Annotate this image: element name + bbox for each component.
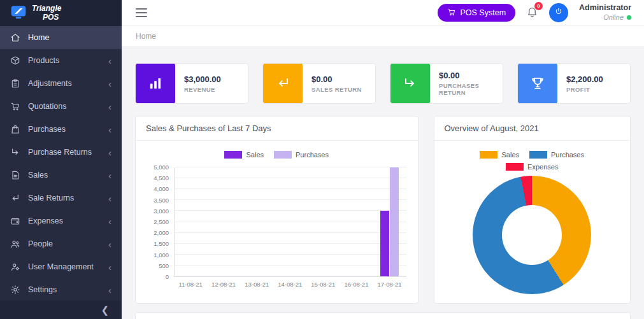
sidebar-item-settings[interactable]: Settings‹ [0, 278, 122, 301]
purchase-returns-icon [10, 147, 20, 157]
y-tick-label: 3,000 [154, 208, 169, 215]
breadcrumb[interactable]: Home [136, 32, 156, 41]
bar-chart-body: SalesPurchases5,0004,5004,0003,5003,0002… [136, 141, 418, 303]
chevron-left-icon: ‹ [108, 285, 111, 295]
legend-swatch [224, 151, 242, 159]
app-name-line1: Triangle [32, 4, 61, 13]
products-icon [10, 55, 20, 66]
cart-icon [447, 8, 456, 18]
y-tick-label: 1,000 [154, 252, 169, 259]
sidebar-item-products[interactable]: Products‹ [0, 49, 122, 72]
legend-label: Purchases [551, 151, 584, 159]
bar-sales-17-08-21[interactable] [380, 211, 389, 276]
legend-swatch [506, 163, 524, 171]
bar-group-16-08-21 [340, 167, 373, 276]
notification-badge: 0 [534, 2, 543, 10]
sidebar-item-quotations[interactable]: Quotations‹ [0, 95, 122, 118]
sidebar-item-label: People [28, 239, 53, 248]
sales-purchases-chart-card: Sales & Purchases of Last 7 Days SalesPu… [135, 116, 419, 304]
legend-item-expenses[interactable]: Expenses [506, 163, 558, 171]
stat-text: $3,000.00REVENUE [184, 74, 221, 93]
user-avatar[interactable] [549, 3, 568, 22]
stat-amount: $3,000.00 [184, 74, 221, 84]
sidebar-item-user-management[interactable]: User Management‹ [0, 255, 122, 278]
sidebar-item-purchases[interactable]: Purchases‹ [0, 118, 122, 141]
y-tick-label: 2,500 [154, 218, 169, 225]
sidebar-item-home[interactable]: Home [0, 26, 122, 49]
y-tick-label: 0 [166, 273, 169, 280]
quotations-icon [10, 101, 20, 111]
x-tick-label: 15-08-21 [306, 281, 340, 288]
pos-system-button-label: POS System [461, 8, 506, 17]
stat-card-sales-return[interactable]: $0.00SALES RETURN [262, 63, 376, 104]
power-icon [554, 6, 564, 19]
x-tick-label: 14-08-21 [273, 281, 306, 288]
donut-hole [502, 205, 562, 265]
bar-chart-icon [136, 63, 175, 104]
stat-label: REVENUE [184, 86, 221, 93]
y-tick-label: 500 [159, 262, 169, 269]
legend-swatch [274, 151, 292, 159]
bar-purchases-17-08-21[interactable] [390, 167, 399, 276]
bar-chart: 5,0004,5004,0003,5003,0002,5002,0001,500… [147, 167, 406, 277]
overview-chart-card: Overview of August, 2021 SalesPurchasesE… [434, 116, 631, 304]
breadcrumb-bar: Home [122, 26, 644, 47]
x-tick-label: 12-08-21 [207, 281, 240, 288]
sidebar-collapse-button[interactable]: ❮ [0, 301, 122, 319]
stat-text: $0.00PURCHASES RETURN [439, 71, 503, 96]
sidebar-item-sales[interactable]: Sales‹ [0, 164, 122, 187]
app-logo-icon [10, 4, 27, 23]
sidebar-item-label: Settings [28, 285, 57, 294]
chevron-left-icon: ‹ [108, 102, 111, 111]
chevron-left-icon: ‹ [108, 194, 111, 203]
chevron-left-icon: ‹ [108, 262, 111, 272]
people-icon [10, 239, 20, 249]
stat-label: PROFIT [566, 86, 603, 93]
legend-item-purchases[interactable]: Purchases [529, 151, 584, 159]
y-tick-label: 1,500 [154, 240, 169, 247]
bar-group-13-08-21 [241, 167, 274, 276]
donut-chart[interactable] [473, 176, 591, 294]
stat-card-purchases-return[interactable]: $0.00PURCHASES RETURN [390, 63, 503, 104]
chevron-left-icon: ‹ [108, 148, 111, 157]
sales-icon [10, 170, 20, 180]
legend-item-sales[interactable]: Sales [480, 151, 519, 159]
x-tick-label: 16-08-21 [340, 281, 373, 288]
pos-system-button[interactable]: POS System [438, 4, 516, 22]
menu-toggle-button[interactable] [134, 6, 148, 20]
sidebar-nav: HomeProducts‹Adjustments‹Quotations‹Purc… [0, 26, 122, 301]
stat-text: $0.00SALES RETURN [311, 74, 362, 93]
app-root: Triangle POS HomeProducts‹Adjustments‹Qu… [0, 0, 644, 319]
x-axis: 11-08-2112-08-2113-08-2114-08-2115-08-21… [174, 281, 406, 288]
legend-swatch [480, 151, 497, 159]
legend-item-sales[interactable]: Sales [224, 151, 264, 159]
sidebar-item-label: Sale Returns [28, 194, 74, 202]
sale-returns-icon [10, 193, 20, 203]
stat-label: PURCHASES RETURN [439, 82, 503, 96]
sidebar-item-purchase-returns[interactable]: Purchase Returns‹ [0, 141, 122, 164]
legend-label: Expenses [527, 163, 558, 171]
stat-card-revenue[interactable]: $3,000.00REVENUE [135, 63, 248, 104]
sidebar-item-label: Purchases [28, 125, 66, 134]
trophy-icon [518, 63, 557, 104]
sidebar-item-adjustments[interactable]: Adjustments‹ [0, 72, 122, 95]
legend-label: Sales [246, 151, 264, 159]
partial-card [135, 312, 631, 319]
bar-group-15-08-21 [307, 167, 340, 276]
stat-card-profit[interactable]: $2,200.00PROFIT [517, 63, 631, 104]
notifications-button[interactable]: 0 [526, 6, 538, 20]
user-menu[interactable]: Administrator Online [579, 3, 631, 22]
bar-group-17-08-21 [373, 167, 406, 276]
sidebar-item-expenses[interactable]: Expenses‹ [0, 209, 122, 232]
donut-chart-body: SalesPurchasesExpenses [434, 141, 631, 303]
stat-text: $2,200.00PROFIT [566, 74, 603, 93]
x-tick-label: 13-08-21 [240, 281, 273, 288]
sidebar-item-sale-returns[interactable]: Sale Returns‹ [0, 187, 122, 209]
app-logo[interactable]: Triangle POS [0, 0, 122, 26]
legend-label: Purchases [296, 151, 329, 159]
bar-group-12-08-21 [208, 167, 241, 276]
sidebar-item-people[interactable]: People‹ [0, 232, 122, 255]
bar-group-14-08-21 [274, 167, 307, 276]
legend-item-purchases[interactable]: Purchases [274, 151, 329, 159]
purchases-icon [10, 124, 20, 134]
